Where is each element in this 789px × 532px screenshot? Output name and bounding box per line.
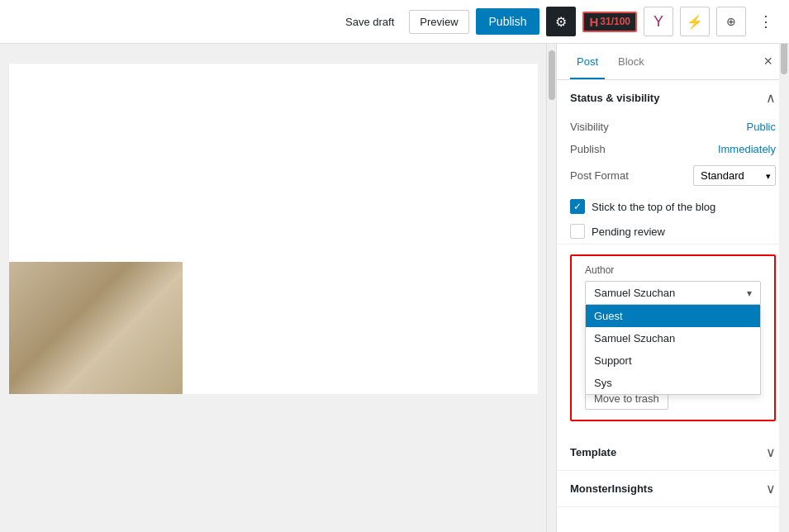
hemingway-score: 31/100 bbox=[600, 16, 630, 27]
author-chevron-icon: ▾ bbox=[747, 287, 752, 299]
author-select-button[interactable]: Samuel Szuchan ▾ bbox=[585, 281, 761, 305]
monster-insights-chevron: ∨ bbox=[766, 481, 776, 496]
save-draft-button[interactable]: Save draft bbox=[337, 11, 402, 33]
tab-block[interactable]: Block bbox=[611, 44, 651, 79]
post-format-label: Post Format bbox=[570, 169, 629, 182]
visibility-field: Visibility Public bbox=[557, 116, 789, 138]
editor-area bbox=[0, 44, 546, 532]
publish-field: Publish Immediately bbox=[557, 138, 789, 160]
publish-label: Publish bbox=[570, 143, 606, 155]
stick-top-checkbox[interactable]: ✓ bbox=[570, 199, 585, 214]
rankmath-icon[interactable]: ⊕ bbox=[716, 7, 746, 36]
visibility-label: Visibility bbox=[570, 121, 609, 133]
pending-review-label: Pending review bbox=[592, 226, 665, 238]
post-format-select[interactable]: Standard Aside Image Video Quote Link Ga… bbox=[693, 165, 776, 186]
image-placeholder bbox=[9, 262, 183, 394]
stick-top-row: ✓ Stick to the top of the blog bbox=[557, 194, 789, 219]
template-chevron: ∨ bbox=[766, 444, 776, 460]
author-dropdown-list: Guest Samuel Szuchan Support Sys bbox=[585, 305, 761, 395]
monster-insights-section: MonsterInsights ∨ bbox=[557, 471, 789, 507]
template-section-header[interactable]: Template ∨ bbox=[557, 435, 789, 470]
monster-insights-title: MonsterInsights bbox=[570, 482, 653, 495]
status-visibility-chevron: ∧ bbox=[766, 90, 776, 106]
sidebar-scrollbar[interactable] bbox=[779, 0, 789, 532]
preview-button[interactable]: Preview bbox=[409, 10, 468, 34]
author-section-wrapper: Author Samuel Szuchan ▾ Guest Samuel Szu… bbox=[557, 245, 789, 435]
more-options-button[interactable]: ⋮ bbox=[753, 8, 779, 35]
author-label: Author bbox=[585, 264, 761, 276]
toolbar: Save draft Preview Publish ⚙ H 31/100 Y … bbox=[0, 0, 789, 44]
sidebar: Post Block × Status & visibility ∧ Visib… bbox=[556, 44, 789, 532]
status-visibility-title: Status & visibility bbox=[570, 92, 659, 104]
pending-review-row: Pending review bbox=[557, 219, 789, 244]
editor-scroll-thumb bbox=[549, 50, 555, 100]
editor-canvas bbox=[9, 64, 538, 394]
sidebar-tabs: Post Block × bbox=[557, 44, 789, 80]
main-layout: Post Block × Status & visibility ∧ Visib… bbox=[0, 44, 789, 532]
author-option-support[interactable]: Support bbox=[586, 349, 760, 372]
publish-button[interactable]: Publish bbox=[476, 8, 540, 35]
template-section: Template ∨ bbox=[557, 435, 789, 471]
status-visibility-header[interactable]: Status & visibility ∧ bbox=[557, 80, 789, 116]
visibility-value[interactable]: Public bbox=[747, 121, 776, 133]
pending-review-checkbox[interactable] bbox=[570, 224, 585, 239]
yoast-icon[interactable]: Y bbox=[644, 7, 673, 36]
template-title: Template bbox=[570, 446, 616, 458]
author-option-sys[interactable]: Sys bbox=[586, 372, 760, 394]
hemingway-h-icon: H bbox=[589, 15, 598, 29]
monster-insights-header[interactable]: MonsterInsights ∨ bbox=[557, 471, 789, 506]
hemingway-button[interactable]: H 31/100 bbox=[582, 12, 637, 32]
author-option-guest[interactable]: Guest bbox=[586, 305, 760, 327]
stick-top-label: Stick to the top of the blog bbox=[592, 201, 715, 213]
author-option-samuel[interactable]: Samuel Szuchan bbox=[586, 327, 760, 349]
publish-value[interactable]: Immediately bbox=[718, 143, 776, 155]
settings-icon[interactable]: ⚙ bbox=[546, 7, 576, 36]
author-selected-value: Samuel Szuchan bbox=[594, 287, 675, 299]
status-visibility-section: Status & visibility ∧ Visibility Public … bbox=[557, 80, 789, 245]
author-section: Author Samuel Szuchan ▾ Guest Samuel Szu… bbox=[570, 254, 776, 421]
tab-post[interactable]: Post bbox=[570, 44, 605, 79]
post-format-row: Post Format Standard Aside Image Video Q… bbox=[557, 160, 789, 194]
sidebar-close-button[interactable]: × bbox=[760, 50, 776, 74]
accessibility-icon[interactable]: ⚡ bbox=[680, 7, 710, 36]
author-dropdown-container: Samuel Szuchan ▾ Guest Samuel Szuchan Su… bbox=[585, 281, 761, 305]
editor-scrollbar[interactable] bbox=[546, 44, 556, 532]
post-format-select-wrapper: Standard Aside Image Video Quote Link Ga… bbox=[693, 165, 776, 186]
